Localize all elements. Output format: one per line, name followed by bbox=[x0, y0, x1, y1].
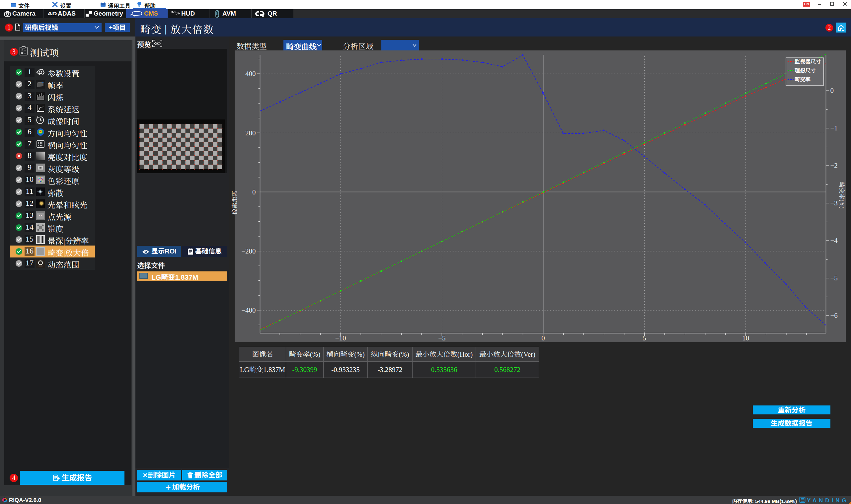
svg-text:−2: −2 bbox=[830, 162, 838, 169]
svg-text:−200: −200 bbox=[241, 247, 255, 255]
svg-text:−5: −5 bbox=[830, 274, 838, 282]
svg-text:−4: −4 bbox=[830, 237, 838, 245]
svg-text:−1: −1 bbox=[830, 124, 838, 132]
svg-text:0: 0 bbox=[252, 188, 256, 196]
svg-text:理想尺寸: 理想尺寸 bbox=[795, 68, 816, 73]
svg-text:5: 5 bbox=[642, 334, 646, 342]
svg-text:−5: −5 bbox=[438, 334, 445, 342]
svg-text:−400: −400 bbox=[241, 306, 255, 314]
svg-text:−10: −10 bbox=[335, 334, 346, 342]
svg-text:畸变率(%): 畸变率(%) bbox=[838, 182, 845, 209]
svg-text:畸变率: 畸变率 bbox=[795, 77, 811, 82]
svg-text:400: 400 bbox=[245, 70, 256, 78]
svg-text:0: 0 bbox=[830, 87, 834, 94]
svg-text:像素距离: 像素距离 bbox=[231, 191, 238, 215]
svg-text:0: 0 bbox=[541, 334, 545, 342]
svg-text:−3: −3 bbox=[830, 199, 838, 207]
svg-text:10: 10 bbox=[742, 334, 749, 342]
svg-text:监视器尺寸: 监视器尺寸 bbox=[795, 59, 821, 65]
svg-text:200: 200 bbox=[245, 129, 256, 137]
svg-text:−6: −6 bbox=[830, 311, 838, 320]
